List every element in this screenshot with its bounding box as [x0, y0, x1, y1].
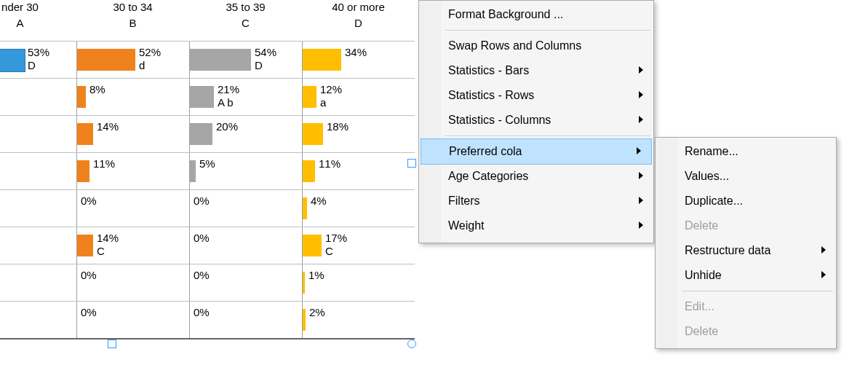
cell-value: 0% [194, 306, 210, 319]
table-row: 0% 0% 2% [0, 301, 415, 339]
col-header-a: nder 30 A [0, 0, 76, 41]
cell-value: 1% [308, 269, 324, 282]
submenu-arrow-icon [639, 221, 643, 229]
col-header-d: 40 or more D [302, 0, 415, 41]
cell-sig: d [139, 59, 161, 72]
submenu-duplicate[interactable]: Duplicate... [656, 189, 836, 213]
submenu-delete-2: Delete [656, 319, 836, 344]
column-headers: nder 30 A 30 to 34 B 35 to 39 C 40 or mo… [0, 0, 415, 41]
cell-value: 8% [89, 83, 105, 96]
cell-value: 0% [81, 195, 97, 208]
selection-handle[interactable] [407, 159, 416, 168]
cell-value: 11% [93, 157, 115, 170]
menu-statistics-columns[interactable]: Statistics - Columns [419, 108, 653, 133]
cell-sig: A b [218, 96, 239, 109]
cell-value: 5% [199, 157, 215, 170]
col-header-b: 30 to 34 B [76, 0, 189, 41]
menu-separator [445, 136, 650, 136]
submenu-preferred-cola: Rename... Values... Duplicate... Delete … [655, 137, 837, 349]
cell-value: 0% [81, 269, 97, 282]
cell-value: 0% [194, 269, 210, 282]
cell-sig: D [28, 59, 49, 72]
cell-sig: a [320, 96, 342, 109]
selection-handle[interactable] [407, 339, 416, 348]
cell-value: 52% [139, 46, 161, 59]
cell-sig: C [325, 245, 347, 258]
table-row: 8% 14% C 0% 17% C [0, 227, 415, 264]
submenu-arrow-icon [639, 116, 643, 123]
cell-value: 18% [327, 120, 349, 133]
table-row: 53% D 52% d 54% D 34% [0, 41, 415, 78]
menu-weight[interactable]: Weight [419, 213, 653, 238]
menu-statistics-rows[interactable]: Statistics - Rows [419, 83, 653, 108]
submenu-rename[interactable]: Rename... [656, 139, 836, 164]
menu-separator [682, 291, 833, 291]
cell-value: 12% [320, 83, 342, 96]
menu-format-background[interactable]: Format Background ... [419, 2, 653, 27]
submenu-arrow-icon [639, 197, 643, 204]
cell-value: 4% [311, 195, 327, 208]
chart-table[interactable]: nder 30 A 30 to 34 B 35 to 39 C 40 or mo… [0, 0, 415, 339]
table-row: 11% 5% 11% [0, 152, 415, 189]
menu-separator [445, 30, 650, 31]
table-row: 8% 21% A b 12% a [0, 78, 415, 115]
table-row: 0% 0% 1% [0, 264, 415, 301]
cell-value: 14% [97, 232, 119, 245]
submenu-arrow-icon [639, 66, 643, 74]
cell-value: 20% [216, 120, 238, 133]
cell-value: 17% [325, 232, 347, 245]
submenu-values[interactable]: Values... [656, 164, 836, 189]
menu-statistics-bars[interactable]: Statistics - Bars [419, 58, 653, 83]
submenu-arrow-icon [637, 147, 641, 154]
submenu-edit: Edit... [656, 294, 836, 319]
submenu-arrow-icon [639, 172, 643, 179]
col-header-c: 35 to 39 C [189, 0, 302, 41]
submenu-arrow-icon [821, 246, 826, 254]
submenu-restructure-data[interactable]: Restructure data [656, 238, 836, 263]
table-row: 0% 0% 4% [0, 189, 415, 227]
selection-handle[interactable] [108, 339, 116, 348]
menu-swap-rows-columns[interactable]: Swap Rows and Columns [419, 34, 653, 58]
cell-value: 0% [194, 232, 210, 245]
table-row: 7% 14% 20% 18% [0, 115, 415, 152]
cell-value: 21% [218, 83, 239, 96]
cell-value: 0% [81, 306, 97, 319]
submenu-arrow-icon [821, 271, 826, 278]
cell-value: 53% [28, 46, 49, 59]
cell-sig: D [255, 59, 276, 72]
submenu-delete: Delete [656, 213, 836, 238]
context-menu: Format Background ... Swap Rows and Colu… [418, 0, 654, 243]
submenu-unhide[interactable]: Unhide [656, 263, 836, 288]
cell-value: 54% [255, 46, 276, 59]
submenu-arrow-icon [639, 91, 643, 98]
menu-filters[interactable]: Filters [419, 189, 653, 213]
cell-value: 0% [194, 195, 210, 208]
cell-value: 34% [345, 46, 367, 59]
cell-value: 2% [309, 306, 325, 319]
menu-age-categories[interactable]: Age Categories [419, 164, 653, 189]
cell-sig: C [97, 245, 119, 258]
menu-preferred-cola[interactable]: Preferred cola [421, 138, 652, 165]
cell-value: 11% [319, 157, 341, 170]
cell-value: 14% [97, 120, 119, 133]
